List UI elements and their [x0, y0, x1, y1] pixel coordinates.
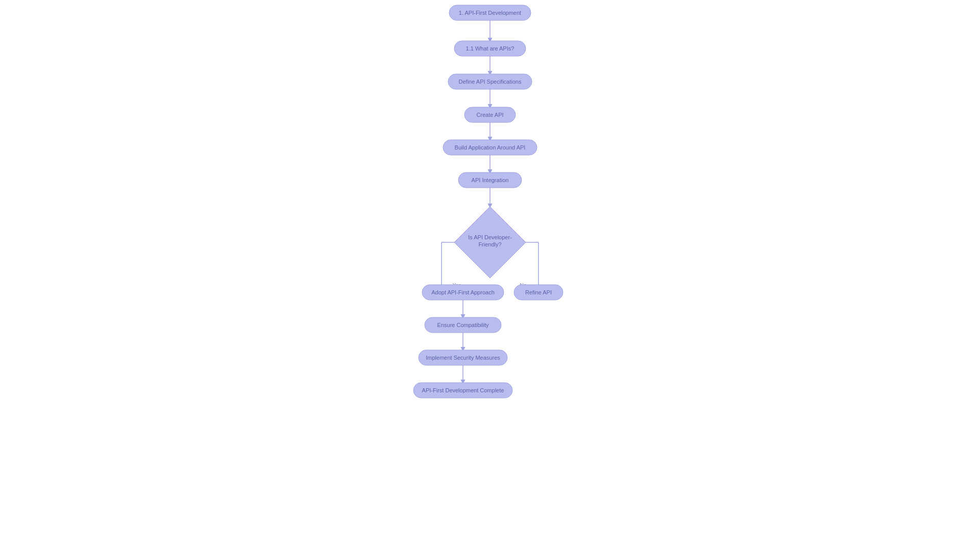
- flowchart-container: 1. API-First Development 1.1 What are AP…: [362, 0, 618, 441]
- flowchart-svg: 1. API-First Development 1.1 What are AP…: [362, 0, 618, 439]
- node-api-first-complete-label: API-First Development Complete: [422, 387, 504, 393]
- node-what-are-apis-label: 1.1 What are APIs?: [466, 45, 514, 52]
- node-ensure-compatibility-label: Ensure Compatibility: [437, 322, 489, 328]
- node-adopt-api-first-label: Adopt API-First Approach: [431, 289, 495, 295]
- node-api-integration-label: API Integration: [472, 177, 509, 183]
- node-diamond-label-line1: Is API Developer-: [468, 234, 512, 240]
- node-api-first-development-label: 1. API-First Development: [459, 10, 521, 16]
- node-define-api-specs-label: Define API Specifications: [459, 79, 522, 85]
- node-implement-security-label: Implement Security Measures: [426, 355, 500, 361]
- node-build-application-label: Build Application Around API: [455, 144, 526, 151]
- node-diamond-label-line2: Friendly?: [478, 241, 501, 247]
- node-create-api-label: Create API: [476, 112, 503, 118]
- node-refine-api-label: Refine API: [525, 289, 552, 295]
